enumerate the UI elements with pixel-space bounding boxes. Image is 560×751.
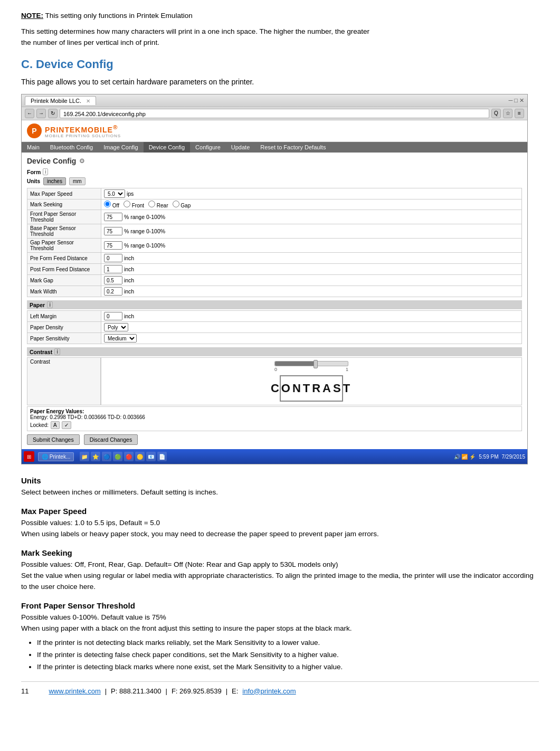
pre-form-input[interactable] [104, 254, 122, 262]
doc-body-max-paper-speed-line1: Possible values: 1.0 to 5.5 ips, Default… [21, 519, 160, 527]
nav-device-config[interactable]: Device Config [144, 142, 190, 153]
energy-row: Paper Energy Values: Energy: 0.2998 TD+D… [27, 406, 522, 431]
discard-changes-button[interactable]: Discard Changes [84, 434, 138, 445]
units-inches-btn[interactable]: inches [43, 177, 66, 185]
nav-main[interactable]: Main [22, 142, 45, 153]
browser-tab[interactable]: Printek Mobile LLC. ✕ [25, 96, 96, 105]
paper-density-select[interactable]: Poly [104, 323, 128, 331]
nav-image-config[interactable]: Image Config [98, 142, 143, 153]
energy-label: Paper Energy Values: [30, 408, 519, 414]
start-button[interactable]: ⊞ [24, 451, 34, 462]
system-tray: 🔊 📶 ⚡ [454, 454, 476, 460]
contrast-row: Contrast 0 1 [27, 357, 522, 405]
taskbar-app-icon[interactable]: ⭐ [91, 452, 100, 461]
back-button[interactable]: ← [25, 109, 34, 118]
left-margin-input[interactable] [104, 312, 122, 320]
contrast-slider-fill [275, 362, 315, 366]
contrast-display-box: CONTRAST [280, 375, 343, 402]
url-bar[interactable]: 169.254.200.1/deviceconfig.php [60, 109, 489, 118]
table-row: Left Margin inch [27, 311, 522, 322]
field-value-pre-form[interactable]: inch [101, 253, 522, 264]
field-value-paper-sensitivity[interactable]: Medium [101, 333, 522, 344]
page-header: P PRINTEKMOBILE® MOBILE PRINTING SOLUTIO… [22, 120, 527, 142]
field-label-paper-density: Paper Density [27, 322, 101, 333]
mark-seeking-gap[interactable]: Gap [173, 201, 191, 208]
post-form-input[interactable] [104, 265, 122, 273]
section-c-heading: C. Device Config [21, 58, 539, 71]
nav-reset-factory[interactable]: Reset to Factory Defaults [255, 142, 331, 153]
taskbar-app-icon[interactable]: 📧 [146, 452, 156, 461]
taskbar-app-icon[interactable]: 🔴 [124, 452, 134, 461]
doc-section-mark-seeking: Mark Seeking Possible values: Off, Front… [21, 548, 539, 593]
field-value-left-margin[interactable]: inch [101, 311, 522, 322]
paper-sensitivity-select[interactable]: Medium [104, 334, 137, 343]
nav-configure[interactable]: Configure [190, 142, 226, 153]
locked-a-btn[interactable]: A [51, 421, 60, 429]
base-sensor-input[interactable] [104, 227, 122, 235]
mark-seeking-front[interactable]: Front [124, 201, 144, 208]
contrast-info-icon[interactable]: i [54, 348, 60, 355]
footer-separator-1: | [105, 687, 107, 695]
taskbar-app-icon[interactable]: 🔵 [102, 452, 111, 461]
taskbar-browser[interactable]: 🌐 Printek... [38, 452, 74, 461]
taskbar-app-icon[interactable]: 🟡 [135, 452, 145, 461]
max-paper-speed-select[interactable]: 5.0 [104, 189, 125, 198]
note-label: NOTE: [21, 12, 43, 20]
footer-website[interactable]: www.printek.com [49, 687, 100, 695]
page-inner: Device Config ⚙ Form i Units inches mm M… [22, 153, 527, 449]
footer-email[interactable]: info@printek.com [242, 687, 296, 695]
gear-icon[interactable]: ⚙ [79, 157, 85, 165]
taskbar-app-icon[interactable]: 📁 [80, 452, 89, 461]
field-label-base-sensor: Base Paper Sensor Threshold [27, 224, 101, 239]
locked-check-btn[interactable]: ✓ [62, 421, 71, 429]
gap-sensor-input[interactable] [104, 241, 122, 250]
field-value-base-sensor[interactable]: % range 0-100% [101, 224, 522, 239]
contrast-slider-thumb[interactable] [314, 360, 318, 368]
submit-row: Submit Changes Discard Changes [27, 434, 522, 445]
reload-button[interactable]: ↻ [48, 109, 58, 118]
table-row: Mark Width inch [27, 286, 522, 297]
forward-button[interactable]: → [36, 109, 46, 118]
mark-seeking-rear[interactable]: Rear [148, 201, 168, 208]
page-title: Device Config [27, 157, 76, 165]
field-value-gap-sensor[interactable]: % range 0-100% [101, 239, 522, 253]
logo-text: PRINTEKMOBILE® [45, 123, 121, 134]
slider-labels: 0 1 [274, 367, 348, 372]
paper-section-label: Paper [30, 302, 45, 308]
paper-info-icon[interactable]: i [47, 301, 53, 308]
note-text-1: This setting only functions in Printek E… [45, 12, 193, 20]
nav-update[interactable]: Update [226, 142, 255, 153]
tab-close-icon[interactable]: ✕ [86, 98, 90, 104]
doc-body-front-sensor-line1: Possible values 0-100%. Default value is… [21, 613, 166, 621]
field-value-front-sensor[interactable]: % range 0-100% [101, 210, 522, 224]
front-sensor-input[interactable] [104, 213, 122, 221]
contrast-section-bar: Contrast i [27, 347, 522, 356]
field-value-mark-seeking: Off Front Rear Gap [101, 199, 522, 210]
taskbar-app-icon[interactable]: 📄 [157, 452, 167, 461]
mark-seeking-off[interactable]: Off [104, 201, 119, 208]
doc-body-mark-seeking-line1: Possible values: Off, Front, Rear, Gap. … [21, 560, 338, 568]
form-info-icon[interactable]: i [43, 168, 48, 175]
doc-body-front-sensor-line2: When using paper with a black on the fro… [21, 624, 352, 632]
nav-bluetooth-config[interactable]: Bluetooth Config [45, 142, 98, 153]
field-value-max-paper-speed[interactable]: 5.0 ips [101, 188, 522, 199]
field-value-mark-width[interactable]: inch [101, 286, 522, 297]
taskbar-app-icon[interactable]: 🟢 [113, 452, 122, 461]
contrast-label-cell: Contrast [27, 357, 101, 405]
mark-gap-input[interactable] [104, 276, 122, 284]
taskbar: ⊞ 🌐 Printek... 📁 ⭐ 🔵 🟢 🔴 🟡 📧 📄 🔊 📶 ⚡ 5:5… [22, 449, 527, 464]
menu-icon[interactable]: ≡ [515, 109, 524, 118]
submit-changes-button[interactable]: Submit Changes [27, 434, 80, 445]
field-value-mark-gap[interactable]: inch [101, 275, 522, 286]
units-mm-btn[interactable]: mm [69, 177, 86, 185]
mark-width-input[interactable] [104, 287, 122, 296]
doc-body-mark-seeking-line2: Set the value when using regular or labe… [21, 572, 534, 591]
field-value-paper-density[interactable]: Poly [101, 322, 522, 333]
field-value-post-form[interactable]: inch [101, 264, 522, 275]
doc-body-units: Select between inches or millimeters. De… [21, 487, 539, 498]
search-icon[interactable]: Q [491, 109, 501, 118]
star-icon[interactable]: ☆ [503, 109, 512, 118]
doc-heading-mark-seeking: Mark Seeking [21, 548, 539, 557]
logo-text-group: PRINTEKMOBILE® MOBILE PRINTING SOLUTIONS [45, 123, 121, 139]
logo-area: P PRINTEKMOBILE® MOBILE PRINTING SOLUTIO… [27, 123, 522, 139]
